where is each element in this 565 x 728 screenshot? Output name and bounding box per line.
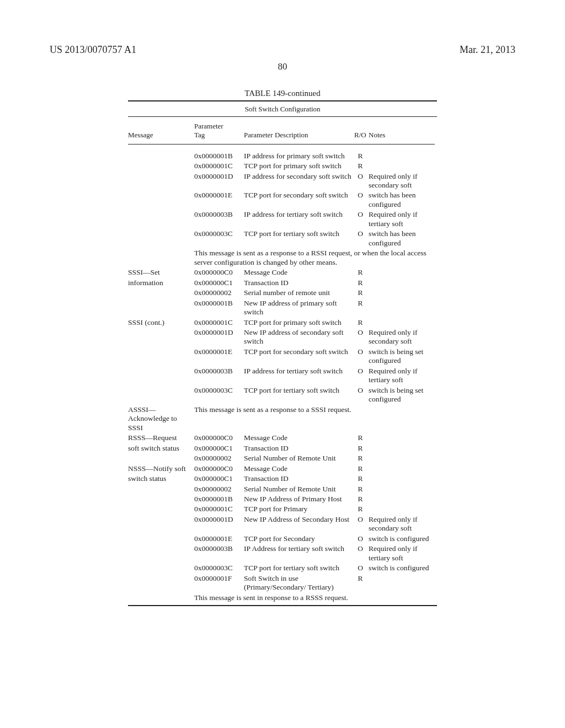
cell-message — [128, 563, 194, 573]
col-parameter-tag: Parameter Tag — [194, 119, 244, 142]
cell-parameter-tag: 0x000000C1 — [194, 443, 244, 453]
cell-ro: O — [354, 229, 369, 248]
cell-notes: Required only if secondary soft — [369, 172, 437, 191]
cell-parameter-description: Transaction ID — [244, 443, 354, 453]
table-row: This message is sent as a response to a … — [128, 248, 437, 267]
col-parameter-description: Parameter Description — [244, 119, 354, 142]
cell-message — [128, 386, 194, 405]
cell-parameter-description: Soft Switch in use (Primary/Secondary/ T… — [244, 574, 354, 593]
table-row: 0x0000001DNew IP Address of Secondary Ho… — [128, 515, 437, 534]
cell-ro: R — [354, 278, 369, 288]
table-header-top-rule — [128, 116, 437, 117]
cell-notes — [369, 151, 437, 161]
cell-notes — [369, 484, 437, 494]
cell-ro: O — [354, 515, 369, 534]
table-row: 0x0000001FSoft Switch in use (Primary/Se… — [128, 574, 437, 593]
cell-notes — [369, 474, 437, 484]
cell-ro: O — [354, 563, 369, 573]
section-note: This message is sent as a response to a … — [194, 405, 437, 433]
cell-ro: O — [354, 190, 369, 210]
cell-message — [128, 593, 194, 603]
cell-ro: R — [354, 484, 369, 494]
cell-parameter-tag: 0x0000001E — [194, 347, 244, 366]
cell-ro: O — [354, 544, 369, 563]
cell-notes — [369, 298, 437, 318]
cell-notes — [369, 443, 437, 453]
cell-message — [128, 574, 194, 593]
cell-notes: Required only if tertiary soft — [369, 210, 437, 229]
section-note: This message is sent as a response to a … — [194, 248, 437, 267]
cell-ro: R — [354, 443, 369, 453]
cell-ro: O — [354, 347, 369, 366]
table-row: 0x0000001ETCP port for secondary soft sw… — [128, 347, 437, 366]
cell-ro: R — [354, 494, 369, 504]
table-row: 0x0000003BIP address for tertiary soft s… — [128, 366, 437, 386]
cell-ro: O — [354, 172, 369, 191]
cell-parameter-description: IP address for primary soft switch — [244, 151, 354, 161]
cell-message — [128, 484, 194, 494]
cell-ro: O — [354, 366, 369, 386]
col-tag-bottom: Tag — [194, 131, 205, 139]
table-top-rule — [128, 100, 437, 101]
cell-parameter-tag: 0x0000001B — [194, 151, 244, 161]
cell-notes — [369, 161, 437, 171]
cell-parameter-description: IP address for tertiary soft switch — [244, 210, 354, 229]
cell-parameter-tag: 0x0000001C — [194, 504, 244, 514]
cell-message: information — [128, 278, 194, 288]
cell-message — [128, 172, 194, 191]
cell-message — [128, 248, 194, 267]
cell-message: soft switch status — [128, 443, 194, 453]
page-number: 80 — [50, 61, 515, 72]
cell-ro: R — [354, 298, 369, 318]
table-row: 0x0000001ETCP port for secondary soft sw… — [128, 190, 437, 210]
cell-message — [128, 190, 194, 210]
cell-ro: R — [354, 474, 369, 484]
table-row: SSSI—Set0x000000C0Message CodeR — [128, 267, 437, 277]
cell-parameter-description: Message Code — [244, 464, 354, 474]
cell-message — [128, 298, 194, 318]
table-149: Soft Switch Configuration Message Parame… — [128, 100, 437, 606]
cell-message: SSSI—Set — [128, 267, 194, 277]
cell-ro: R — [354, 464, 369, 474]
table-row: 0x0000001DNew IP address of secondary so… — [128, 328, 437, 347]
cell-notes: switch is being set configured — [369, 347, 437, 366]
cell-message — [128, 151, 194, 161]
cell-parameter-tag: 0x0000001D — [194, 328, 244, 347]
table-subtitle: Soft Switch Configuration — [128, 104, 437, 115]
cell-parameter-tag: 0x00000002 — [194, 484, 244, 494]
running-header: US 2013/0070757 A1 Mar. 21, 2013 — [50, 44, 515, 56]
col-message: Message — [128, 119, 194, 142]
cell-notes — [369, 453, 437, 463]
cell-parameter-description: TCP port for primary soft switch — [244, 318, 354, 328]
cell-notes: Required only if tertiary soft — [369, 366, 437, 386]
spec-table: Message Parameter Tag Parameter Descript… — [128, 119, 437, 603]
cell-notes — [369, 494, 437, 504]
section-note: This message is sent in response to a RS… — [194, 593, 437, 603]
cell-ro: R — [354, 288, 369, 298]
cell-notes: Required only if secondary soft — [369, 515, 437, 534]
cell-parameter-tag: 0x00000002 — [194, 288, 244, 298]
cell-parameter-description: Message Code — [244, 433, 354, 443]
table-row: 0x0000003CTCP port for tertiary soft swi… — [128, 229, 437, 248]
cell-message — [128, 544, 194, 563]
cell-message: ASSSI—Acknowledge to SSSI — [128, 405, 194, 433]
cell-parameter-tag: 0x000000C1 — [194, 278, 244, 288]
cell-parameter-tag: 0x000000C0 — [194, 267, 244, 277]
cell-parameter-tag: 0x0000001C — [194, 161, 244, 171]
table-row: 0x0000003BIP address for tertiary soft s… — [128, 210, 437, 229]
table-row: 0x00000002Serial Number of Remote UnitR — [128, 453, 437, 463]
cell-notes: switch is configured — [369, 534, 437, 544]
publication-date: Mar. 21, 2013 — [460, 44, 515, 56]
table-row: information0x000000C1Transaction IDR — [128, 278, 437, 288]
cell-parameter-description: TCP port for tertiary soft switch — [244, 229, 354, 248]
cell-message: switch status — [128, 474, 194, 484]
table-row: This message is sent in response to a RS… — [128, 593, 437, 603]
cell-notes — [369, 267, 437, 277]
cell-message: SSSI (cont.) — [128, 318, 194, 328]
table-row: RSSS—Request0x000000C0Message CodeR — [128, 433, 437, 443]
cell-parameter-tag: 0x0000001F — [194, 574, 244, 593]
table-row: NSSS—Notify soft0x000000C0Message CodeR — [128, 464, 437, 474]
table-row: 0x0000001ETCP port for SecondaryOswitch … — [128, 534, 437, 544]
cell-notes: Required only if secondary soft — [369, 328, 437, 347]
table-title: TABLE 149-continued — [50, 89, 515, 98]
